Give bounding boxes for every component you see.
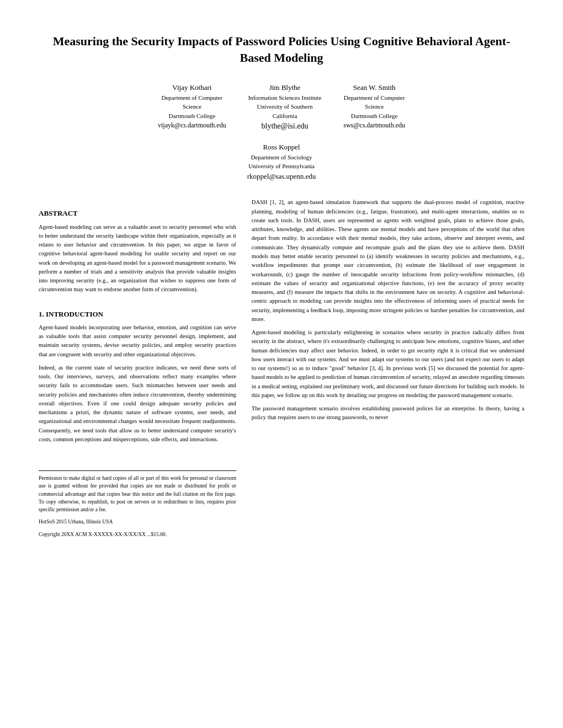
author-vijay-email: vijayk@cs.dartmouth.edu (158, 120, 226, 130)
section1: 1. INTRODUCTION Agent-based models incor… (39, 299, 236, 449)
author-ross-name: Ross Koppel (263, 142, 300, 153)
abstract-section: ABSTRACT Agent-based modeling can serve … (39, 198, 236, 298)
author-sean-aff2: Science (365, 102, 384, 111)
main-content: ABSTRACT Agent-based modeling can serve … (39, 198, 524, 543)
author-ross: Ross Koppel Department of Sociology Univ… (247, 142, 316, 181)
section1-para1: Agent-based models incorporating user be… (39, 323, 236, 359)
author-ross-email: rkoppel@sas.upenn.edu (247, 171, 316, 182)
right-para1: DASH [1, 2], an agent-based simulation f… (252, 198, 524, 324)
footer-conference: HotSoS 2015 Urbana, Illinois USA (39, 518, 236, 526)
author-ross-aff2: University of Pennsylvania (248, 162, 315, 171)
section1-title: 1. INTRODUCTION (39, 309, 236, 320)
author-vijay-name: Vijay Kothari (172, 82, 211, 93)
author-sean-aff3: Dartmouth College (351, 111, 398, 121)
author-sean-name: Sean W. Smith (353, 82, 396, 93)
section1-para2: Indeed, as the current state of security… (39, 363, 236, 444)
footer-copyright: Copyright 20XX ACM X-XXXXX-XX-X/XX/XX ..… (39, 531, 236, 538)
author-jim-aff3: California (273, 111, 298, 121)
right-para2: Agent-based modeling is particularly enl… (252, 328, 524, 400)
author-vijay: Vijay Kothari Department of Computer Sci… (158, 82, 226, 132)
author-jim-email: blythe@isi.edu (262, 120, 309, 132)
author-jim-aff1: Information Sciences Institute (248, 93, 322, 103)
left-column: ABSTRACT Agent-based modeling can serve … (39, 198, 236, 543)
paper-title: Measuring the Security Impacts of Passwo… (39, 33, 524, 66)
right-column: DASH [1, 2], an agent-based simulation f… (252, 198, 524, 543)
author-ross-aff1: Department of Sociology (251, 153, 312, 162)
abstract-title: ABSTRACT (39, 208, 236, 219)
author-sean: Sean W. Smith Department of Computer Sci… (343, 82, 405, 132)
author-vijay-aff3: Dartmouth College (169, 111, 216, 121)
abstract-text: Agent-based modeling can serve as a valu… (39, 223, 236, 295)
authors-row-1: Vijay Kothari Department of Computer Sci… (39, 82, 524, 132)
authors-row-2: Ross Koppel Department of Sociology Univ… (39, 142, 524, 181)
author-jim-aff2: University of Southern (257, 102, 313, 111)
author-sean-email: sws@cs.dartmouth.edu (343, 120, 405, 130)
author-sean-aff1: Department of Computer (344, 93, 405, 103)
footer-note: Permission to make digital or hard copie… (39, 470, 236, 543)
author-jim: Jim Blythe Information Sciences Institut… (248, 82, 322, 132)
author-vijay-aff1: Department of Computer (162, 93, 223, 103)
author-jim-name: Jim Blythe (269, 82, 301, 93)
right-para3: The password management scenario involve… (252, 404, 524, 422)
author-vijay-aff2: Science (183, 102, 201, 111)
footer-permission: Permission to make digital or hard copie… (39, 474, 236, 513)
